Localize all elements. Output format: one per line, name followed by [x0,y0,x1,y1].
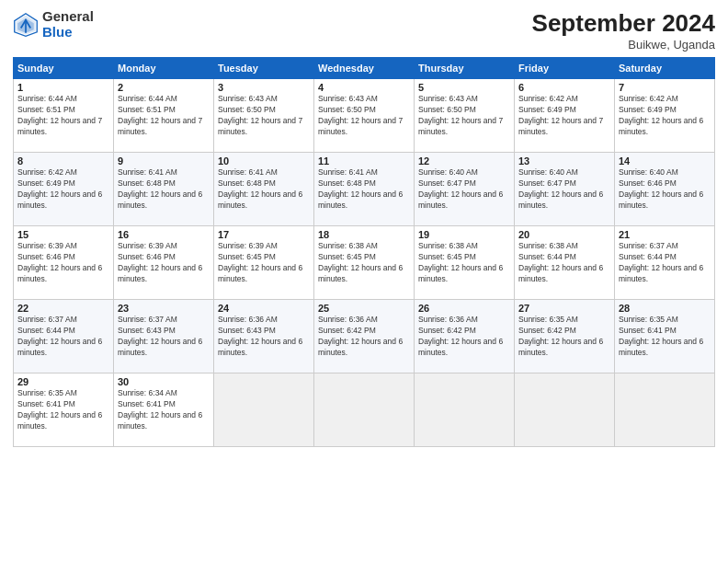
calendar-cell [515,373,615,447]
day-info: Sunrise: 6:37 AMSunset: 6:44 PMDaylight:… [17,315,109,359]
calendar-week-row: 1Sunrise: 6:44 AMSunset: 6:51 PMDaylight… [14,79,715,153]
day-info: Sunrise: 6:36 AMSunset: 6:42 PMDaylight:… [418,315,510,359]
day-number: 9 [118,155,210,167]
day-info: Sunrise: 6:40 AMSunset: 6:47 PMDaylight:… [418,167,510,212]
calendar-week-row: 8Sunrise: 6:42 AMSunset: 6:49 PMDaylight… [14,153,715,226]
calendar-cell: 21Sunrise: 6:37 AMSunset: 6:44 PMDayligh… [615,226,715,300]
day-info: Sunrise: 6:43 AMSunset: 6:50 PMDaylight:… [418,94,510,138]
calendar-week-row: 29Sunrise: 6:35 AMSunset: 6:41 PMDayligh… [14,373,715,447]
day-info: Sunrise: 6:39 AMSunset: 6:46 PMDaylight:… [118,241,210,285]
day-info: Sunrise: 6:43 AMSunset: 6:50 PMDaylight:… [318,94,410,138]
day-number: 13 [518,155,610,167]
month-title: September 2024 [532,9,715,38]
calendar-cell: 1Sunrise: 6:44 AMSunset: 6:51 PMDaylight… [14,79,114,153]
day-number: 4 [318,82,410,93]
day-info: Sunrise: 6:35 AMSunset: 6:41 PMDaylight:… [619,315,711,359]
calendar-cell: 12Sunrise: 6:40 AMSunset: 6:47 PMDayligh… [415,153,515,226]
calendar-page: General Blue September 2024 Buikwe, Ugan… [0,0,728,563]
day-info: Sunrise: 6:40 AMSunset: 6:46 PMDaylight:… [619,167,711,212]
day-number: 17 [218,229,310,240]
calendar-cell: 5Sunrise: 6:43 AMSunset: 6:50 PMDaylight… [415,79,515,153]
calendar-cell: 17Sunrise: 6:39 AMSunset: 6:45 PMDayligh… [214,226,314,300]
day-number: 10 [218,155,310,167]
calendar-cell: 20Sunrise: 6:38 AMSunset: 6:44 PMDayligh… [515,226,615,300]
calendar-cell: 8Sunrise: 6:42 AMSunset: 6:49 PMDaylight… [14,153,114,226]
logo-icon [13,12,39,38]
calendar-cell: 14Sunrise: 6:40 AMSunset: 6:46 PMDayligh… [615,153,715,226]
day-number: 7 [619,82,711,93]
day-number: 1 [17,82,109,93]
day-info: Sunrise: 6:44 AMSunset: 6:51 PMDaylight:… [118,94,210,138]
day-number: 29 [17,376,109,387]
calendar-cell: 11Sunrise: 6:41 AMSunset: 6:48 PMDayligh… [314,153,415,226]
day-info: Sunrise: 6:39 AMSunset: 6:46 PMDaylight:… [17,241,109,285]
calendar-cell: 16Sunrise: 6:39 AMSunset: 6:46 PMDayligh… [114,226,214,300]
calendar-cell: 22Sunrise: 6:37 AMSunset: 6:44 PMDayligh… [14,300,114,373]
col-header-thursday: Thursday [415,58,515,79]
col-header-sunday: Sunday [14,58,114,79]
calendar-header-row: SundayMondayTuesdayWednesdayThursdayFrid… [14,58,715,79]
day-info: Sunrise: 6:40 AMSunset: 6:47 PMDaylight:… [518,167,610,212]
calendar-cell: 6Sunrise: 6:42 AMSunset: 6:49 PMDaylight… [515,79,615,153]
day-info: Sunrise: 6:37 AMSunset: 6:43 PMDaylight:… [118,315,210,359]
day-number: 12 [418,155,510,167]
day-info: Sunrise: 6:38 AMSunset: 6:45 PMDaylight:… [418,241,510,285]
day-number: 28 [619,303,711,314]
day-number: 22 [17,303,109,314]
day-info: Sunrise: 6:41 AMSunset: 6:48 PMDaylight:… [218,167,310,212]
calendar-cell: 24Sunrise: 6:36 AMSunset: 6:43 PMDayligh… [214,300,314,373]
day-number: 26 [418,303,510,314]
calendar-cell: 29Sunrise: 6:35 AMSunset: 6:41 PMDayligh… [14,373,114,447]
day-number: 11 [318,155,410,167]
calendar-cell: 19Sunrise: 6:38 AMSunset: 6:45 PMDayligh… [415,226,515,300]
title-block: September 2024 Buikwe, Uganda [532,9,715,52]
day-info: Sunrise: 6:42 AMSunset: 6:49 PMDaylight:… [17,167,109,212]
calendar-cell: 15Sunrise: 6:39 AMSunset: 6:46 PMDayligh… [14,226,114,300]
col-header-wednesday: Wednesday [314,58,415,79]
calendar-cell: 13Sunrise: 6:40 AMSunset: 6:47 PMDayligh… [515,153,615,226]
day-info: Sunrise: 6:42 AMSunset: 6:49 PMDaylight:… [518,94,610,138]
col-header-saturday: Saturday [615,58,715,79]
calendar-cell: 27Sunrise: 6:35 AMSunset: 6:42 PMDayligh… [515,300,615,373]
day-number: 6 [518,82,610,93]
day-info: Sunrise: 6:38 AMSunset: 6:45 PMDaylight:… [318,241,410,285]
day-info: Sunrise: 6:44 AMSunset: 6:51 PMDaylight:… [17,94,109,138]
day-info: Sunrise: 6:41 AMSunset: 6:48 PMDaylight:… [118,167,210,212]
day-number: 8 [17,155,109,167]
calendar-cell: 30Sunrise: 6:34 AMSunset: 6:41 PMDayligh… [114,373,214,447]
day-number: 19 [418,229,510,240]
calendar-cell: 23Sunrise: 6:37 AMSunset: 6:43 PMDayligh… [114,300,214,373]
day-info: Sunrise: 6:41 AMSunset: 6:48 PMDaylight:… [318,167,410,212]
calendar-table: SundayMondayTuesdayWednesdayThursdayFrid… [13,57,715,447]
calendar-cell: 9Sunrise: 6:41 AMSunset: 6:48 PMDaylight… [114,153,214,226]
day-info: Sunrise: 6:35 AMSunset: 6:42 PMDaylight:… [518,315,610,359]
logo-text: General Blue [42,9,94,40]
day-number: 16 [118,229,210,240]
calendar-cell [314,373,415,447]
calendar-cell: 4Sunrise: 6:43 AMSunset: 6:50 PMDaylight… [314,79,415,153]
calendar-cell [415,373,515,447]
day-info: Sunrise: 6:36 AMSunset: 6:42 PMDaylight:… [318,315,410,359]
day-info: Sunrise: 6:38 AMSunset: 6:44 PMDaylight:… [518,241,610,285]
calendar-cell: 18Sunrise: 6:38 AMSunset: 6:45 PMDayligh… [314,226,415,300]
day-info: Sunrise: 6:36 AMSunset: 6:43 PMDaylight:… [218,315,310,359]
day-info: Sunrise: 6:35 AMSunset: 6:41 PMDaylight:… [17,388,109,432]
day-number: 2 [118,82,210,93]
day-info: Sunrise: 6:43 AMSunset: 6:50 PMDaylight:… [218,94,310,138]
calendar-cell: 7Sunrise: 6:42 AMSunset: 6:49 PMDaylight… [615,79,715,153]
day-number: 20 [518,229,610,240]
day-number: 14 [619,155,711,167]
calendar-cell [615,373,715,447]
calendar-cell: 26Sunrise: 6:36 AMSunset: 6:42 PMDayligh… [415,300,515,373]
day-number: 15 [17,229,109,240]
header: General Blue September 2024 Buikwe, Ugan… [13,9,715,52]
calendar-week-row: 22Sunrise: 6:37 AMSunset: 6:44 PMDayligh… [14,300,715,373]
calendar-cell: 25Sunrise: 6:36 AMSunset: 6:42 PMDayligh… [314,300,415,373]
day-number: 24 [218,303,310,314]
day-info: Sunrise: 6:42 AMSunset: 6:49 PMDaylight:… [619,94,711,138]
calendar-week-row: 15Sunrise: 6:39 AMSunset: 6:46 PMDayligh… [14,226,715,300]
day-number: 21 [619,229,711,240]
day-number: 25 [318,303,410,314]
day-number: 3 [218,82,310,93]
day-number: 18 [318,229,410,240]
